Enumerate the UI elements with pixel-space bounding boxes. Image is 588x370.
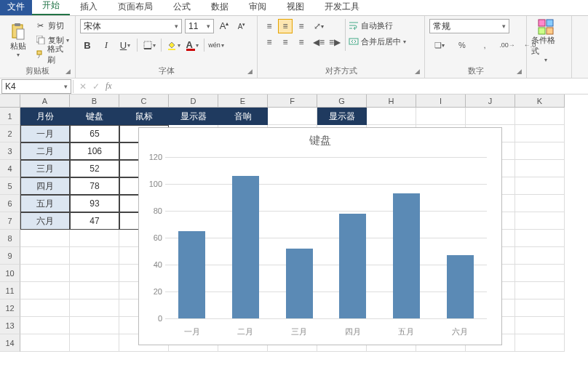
align-center-button[interactable]: ≡: [278, 35, 293, 49]
cell[interactable]: [416, 108, 466, 125]
row-header[interactable]: 7: [0, 212, 20, 230]
align-middle-button[interactable]: ≡: [278, 19, 293, 33]
cell[interactable]: [515, 299, 565, 317]
border-button[interactable]: ▾: [142, 38, 156, 52]
row-header[interactable]: 6: [0, 195, 20, 212]
bar[interactable]: [447, 255, 474, 318]
tab-insert[interactable]: 插入: [70, 0, 108, 15]
cell[interactable]: [70, 265, 119, 282]
cell[interactable]: [367, 108, 416, 125]
font-family-select[interactable]: 宋体▾: [80, 19, 182, 33]
tab-view[interactable]: 视图: [277, 0, 314, 15]
row-header[interactable]: 3: [0, 142, 20, 160]
bar[interactable]: [178, 231, 205, 318]
tab-review[interactable]: 审阅: [239, 0, 277, 15]
cell[interactable]: [20, 317, 70, 334]
cell[interactable]: 二月: [20, 142, 70, 160]
row-header[interactable]: 4: [0, 160, 20, 177]
decrease-indent-button[interactable]: ◀≡: [311, 35, 326, 49]
cell[interactable]: [20, 282, 70, 299]
comma-format-button[interactable]: ,: [474, 38, 495, 52]
cell[interactable]: [515, 177, 565, 195]
increase-font-button[interactable]: A▴: [217, 19, 231, 33]
formula-input[interactable]: [118, 79, 588, 94]
row-header[interactable]: 11: [0, 282, 20, 299]
cell[interactable]: [515, 282, 565, 299]
bold-button[interactable]: B: [80, 38, 95, 52]
cell[interactable]: 一月: [20, 125, 70, 142]
row-header[interactable]: 14: [0, 334, 20, 352]
cell[interactable]: [515, 125, 565, 142]
tab-data[interactable]: 数据: [201, 0, 239, 15]
cell[interactable]: [70, 299, 119, 317]
orientation-button[interactable]: ⤢▾: [311, 19, 326, 33]
merge-center-button[interactable]: 合并后居中 ▾: [349, 35, 406, 48]
tab-page-layout[interactable]: 页面布局: [108, 0, 163, 15]
cell[interactable]: 显示器: [169, 108, 218, 125]
cancel-formula-button[interactable]: ✕: [79, 81, 87, 92]
tab-developer[interactable]: 开发工具: [314, 0, 370, 15]
phonetic-button[interactable]: wén▾: [209, 38, 223, 52]
column-header[interactable]: K: [515, 94, 565, 108]
cell[interactable]: [70, 334, 119, 352]
cell[interactable]: [515, 230, 565, 247]
font-color-button[interactable]: A▾: [185, 38, 199, 52]
percent-format-button[interactable]: %: [452, 38, 472, 52]
decrease-font-button[interactable]: A▾: [234, 19, 249, 33]
column-header[interactable]: I: [416, 94, 466, 108]
cell[interactable]: [20, 265, 70, 282]
fill-color-button[interactable]: ▾: [166, 38, 180, 52]
worksheet-grid[interactable]: ABCDEFGHIJK 1234567891011121314 月份键盘鼠标显示…: [0, 94, 588, 363]
chart-title[interactable]: 键盘: [139, 128, 501, 153]
tab-formulas[interactable]: 公式: [163, 0, 201, 15]
column-header[interactable]: E: [218, 94, 268, 108]
cell[interactable]: [70, 247, 119, 265]
cell[interactable]: 音响: [218, 108, 268, 125]
dialog-launcher-icon[interactable]: ◢: [247, 68, 253, 75]
row-header[interactable]: 1: [0, 108, 20, 125]
column-header[interactable]: F: [268, 94, 317, 108]
cut-button[interactable]: ✂ 剪切: [36, 19, 71, 32]
paste-button[interactable]: 粘贴 ▾: [4, 19, 33, 63]
align-right-button[interactable]: ≡: [294, 35, 309, 49]
cell[interactable]: [268, 108, 317, 125]
number-format-select[interactable]: 常规▾: [429, 19, 509, 33]
cell[interactable]: 五月: [20, 195, 70, 212]
cell[interactable]: [515, 108, 565, 125]
cell[interactable]: [20, 230, 70, 247]
cell[interactable]: [515, 334, 565, 352]
cell[interactable]: 52: [70, 160, 119, 177]
increase-decimal-button[interactable]: .00→: [497, 38, 517, 52]
increase-indent-button[interactable]: ≡▶: [327, 35, 342, 49]
select-all-corner[interactable]: [0, 94, 20, 108]
cell[interactable]: 键盘: [70, 108, 119, 125]
cell[interactable]: 三月: [20, 160, 70, 177]
cell[interactable]: [20, 299, 70, 317]
cell[interactable]: 四月: [20, 177, 70, 195]
cell[interactable]: [515, 212, 565, 230]
cell[interactable]: [515, 160, 565, 177]
align-left-button[interactable]: ≡: [262, 35, 277, 49]
dialog-launcher-icon[interactable]: ◢: [65, 68, 71, 75]
bar[interactable]: [339, 214, 366, 318]
bar[interactable]: [286, 249, 313, 318]
align-bottom-button[interactable]: ≡: [294, 19, 309, 33]
insert-function-button[interactable]: fx: [106, 81, 112, 92]
name-box[interactable]: K4▾: [1, 79, 71, 94]
column-header[interactable]: A: [20, 94, 70, 108]
cell[interactable]: [20, 334, 70, 352]
cell[interactable]: [515, 247, 565, 265]
conditional-formatting-button[interactable]: 条件格式 ▾: [531, 19, 560, 63]
bar[interactable]: [232, 176, 259, 318]
cell[interactable]: 鼠标: [119, 108, 169, 125]
dialog-launcher-icon[interactable]: ◢: [517, 68, 522, 75]
row-header[interactable]: 10: [0, 265, 20, 282]
align-top-button[interactable]: ≡: [262, 19, 277, 33]
cell[interactable]: [466, 108, 515, 125]
column-header[interactable]: D: [169, 94, 218, 108]
cell[interactable]: [515, 195, 565, 212]
enter-formula-button[interactable]: ✓: [92, 81, 100, 92]
cell[interactable]: 月份: [20, 108, 70, 125]
italic-button[interactable]: I: [99, 38, 114, 52]
cell[interactable]: [515, 265, 565, 282]
